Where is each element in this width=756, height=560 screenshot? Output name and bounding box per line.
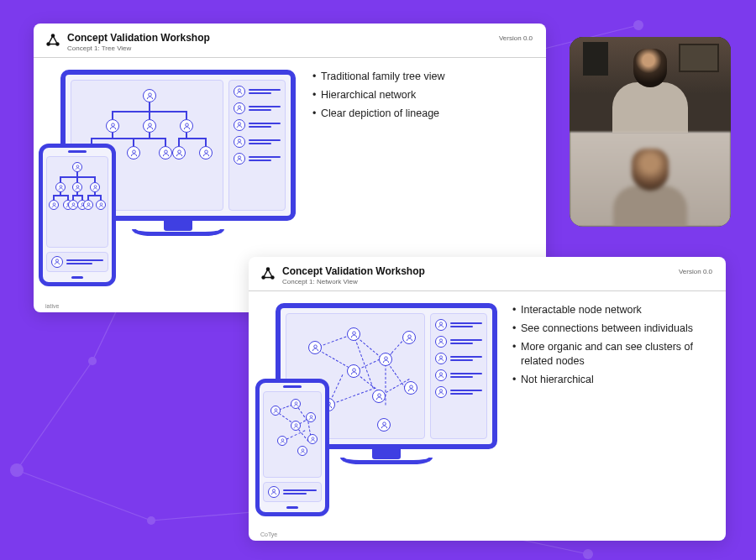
slide-subtitle: Concept 1: Network View [282,278,425,285]
person-icon [407,385,415,392]
slide-subtitle: Concept 1: Tree View [67,44,210,52]
slide-header: Concept Validation Workshop Concept 1: N… [249,257,726,291]
person-icon [146,92,154,100]
slide-network-view: Concept Validation Workshop Concept 1: N… [249,257,726,541]
svg-point-10 [88,357,97,365]
device-mockups [257,303,501,505]
video-tile-participant-2[interactable] [570,132,731,227]
network-logo-icon [45,33,60,48]
bullet-item: Not hierarchical [512,373,707,387]
slide-footer: CoTye [260,531,277,537]
version-label: Version 0.0 [679,268,712,275]
person-icon [183,123,191,130]
bullet-item: Traditional family tree view [312,70,522,84]
phone-mockup [255,379,329,516]
person-icon [406,334,413,342]
video-call-panel [570,37,731,227]
video-tile-participant-1[interactable] [570,37,731,132]
svg-point-16 [633,20,643,30]
person-icon [176,149,183,157]
bullet-list: Traditional family tree view Hierarchica… [312,70,522,271]
bullet-list: Interactable node network See connection… [512,303,707,505]
phone-mockup [39,144,116,286]
person-icon [381,421,388,429]
phone-network-area [263,391,322,478]
slide-header: Concept Validation Workshop Concept 1: T… [34,24,546,58]
slide-footer: iative [45,303,59,309]
person-icon [312,344,319,352]
bullet-item: See connections between individuals [512,322,707,336]
network-logo-icon [260,266,276,281]
device-mockups [44,70,296,271]
slide-title: Concept Validation Workshop [67,32,210,44]
person-icon [350,368,358,375]
phone-tree-area [46,156,108,248]
person-icon [375,393,383,400]
svg-point-12 [147,516,155,525]
monitor-side-list [228,80,286,211]
person-icon [382,356,390,364]
person-icon [130,149,138,157]
bullet-item: Interactable node network [512,303,707,317]
person-icon [109,123,117,130]
slide-title: Concept Validation Workshop [282,265,425,277]
person-icon [146,123,154,130]
bullet-item: Clear depiction of lineage [312,107,522,121]
bullet-item: More organic and can see clusters of rel… [512,340,707,369]
svg-line-3 [17,470,151,521]
monitor-side-list [430,313,487,439]
svg-line-2 [17,361,92,470]
person-icon [202,149,210,157]
version-label: Version 0.0 [499,34,533,42]
svg-point-11 [10,463,24,477]
svg-point-14 [583,549,593,559]
person-icon [350,331,358,338]
bullet-item: Hierarchical network [312,88,522,102]
person-icon [162,149,170,157]
